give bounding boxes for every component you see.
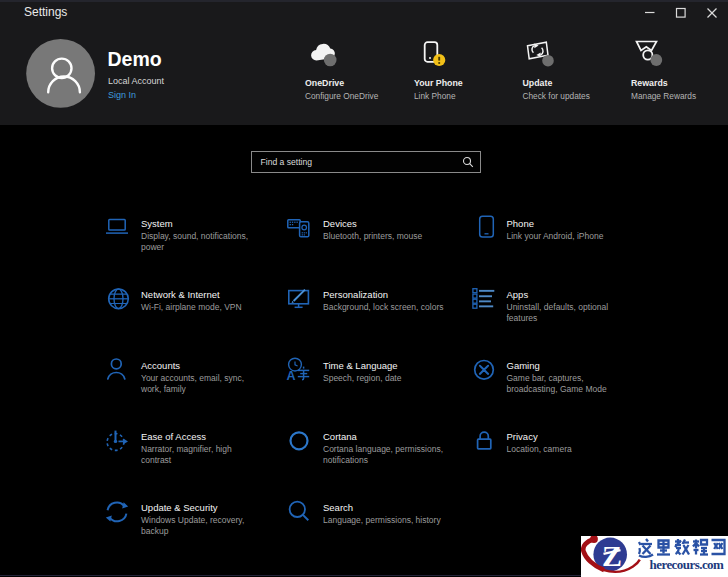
- svg-text:Z: Z: [602, 539, 622, 572]
- svg-text:A: A: [286, 368, 295, 382]
- svg-text:herecours.com: herecours.com: [650, 557, 725, 572]
